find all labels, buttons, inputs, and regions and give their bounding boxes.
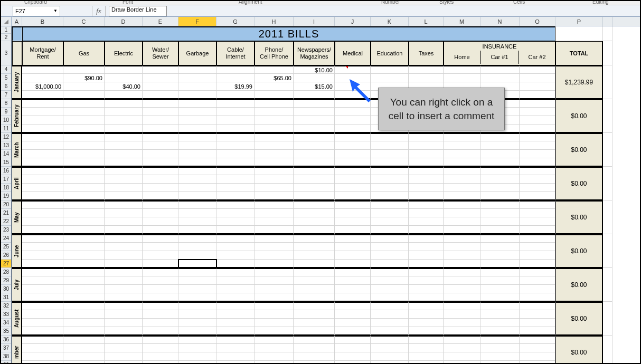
cell[interactable] <box>143 276 178 285</box>
cell[interactable] <box>335 234 371 243</box>
cell[interactable] <box>254 319 294 327</box>
cell[interactable] <box>63 302 105 310</box>
cell[interactable] <box>254 361 294 364</box>
cell[interactable] <box>178 91 216 99</box>
cell[interactable] <box>178 82 216 91</box>
cell[interactable] <box>63 116 105 124</box>
cell[interactable] <box>216 192 254 200</box>
cell[interactable] <box>409 65 444 74</box>
cell[interactable] <box>22 293 63 302</box>
cell[interactable] <box>371 158 409 167</box>
cell[interactable] <box>22 226 63 234</box>
cell[interactable] <box>480 133 520 141</box>
cell[interactable] <box>216 116 254 124</box>
cell[interactable] <box>480 293 520 302</box>
cell[interactable] <box>22 192 63 200</box>
cell[interactable] <box>143 226 178 234</box>
cell[interactable] <box>254 251 294 260</box>
cell[interactable] <box>22 167 63 175</box>
cell[interactable] <box>409 302 444 310</box>
row-header[interactable]: 34 <box>1 319 11 327</box>
cell[interactable] <box>63 82 105 91</box>
cell[interactable] <box>178 150 216 158</box>
cell[interactable] <box>371 327 409 336</box>
cell[interactable] <box>444 184 480 192</box>
cell[interactable] <box>254 108 294 116</box>
cell[interactable] <box>216 184 254 192</box>
cell[interactable] <box>143 209 178 217</box>
cell[interactable] <box>178 133 216 141</box>
cell[interactable] <box>294 260 335 268</box>
cell[interactable] <box>520 74 555 82</box>
cell[interactable] <box>143 336 178 344</box>
cell[interactable] <box>371 141 409 150</box>
cell[interactable] <box>254 260 294 268</box>
row-header[interactable]: 4 <box>1 65 11 74</box>
cell[interactable] <box>444 192 480 200</box>
cell[interactable] <box>371 217 409 226</box>
cell[interactable] <box>480 243 520 251</box>
cell[interactable] <box>22 124 63 133</box>
cell[interactable] <box>22 175 63 184</box>
cell[interactable] <box>216 285 254 293</box>
row-header[interactable]: 13 <box>1 141 11 150</box>
row-header[interactable]: 35 <box>1 327 11 336</box>
cell[interactable]: $1,000.00 <box>22 82 63 91</box>
cell[interactable] <box>335 310 371 319</box>
cell[interactable] <box>294 192 335 200</box>
row-header[interactable]: 18 <box>1 184 11 192</box>
cell[interactable] <box>480 260 520 268</box>
cell[interactable]: $10.00 <box>294 65 335 74</box>
cell[interactable] <box>105 293 143 302</box>
cell[interactable] <box>178 158 216 167</box>
cell[interactable] <box>444 361 480 364</box>
cell[interactable] <box>22 336 63 344</box>
cell[interactable] <box>178 234 216 243</box>
cell[interactable] <box>294 184 335 192</box>
cell[interactable] <box>22 260 63 268</box>
cell[interactable] <box>294 352 335 361</box>
cell[interactable] <box>22 209 63 217</box>
cell[interactable] <box>371 150 409 158</box>
cell[interactable] <box>520 310 555 319</box>
cell[interactable] <box>371 352 409 361</box>
cell[interactable] <box>105 65 143 74</box>
row-header[interactable]: 12 <box>1 133 11 141</box>
cell[interactable] <box>105 116 143 124</box>
cell[interactable] <box>178 124 216 133</box>
cell[interactable] <box>335 361 371 364</box>
cell[interactable] <box>143 65 178 74</box>
cell[interactable] <box>178 226 216 234</box>
cell[interactable] <box>143 293 178 302</box>
cell[interactable] <box>22 116 63 124</box>
cell[interactable] <box>603 302 612 336</box>
cell[interactable] <box>105 310 143 319</box>
cell[interactable] <box>603 41 612 65</box>
cell[interactable] <box>371 268 409 276</box>
cell[interactable] <box>22 268 63 276</box>
cell[interactable] <box>480 361 520 364</box>
cell[interactable] <box>603 133 612 167</box>
cell[interactable] <box>216 167 254 175</box>
cell[interactable] <box>409 310 444 319</box>
cell[interactable] <box>216 268 254 276</box>
cell[interactable] <box>444 74 480 82</box>
cell[interactable] <box>294 243 335 251</box>
cell[interactable] <box>178 209 216 217</box>
row-header[interactable]: 32 <box>1 302 11 310</box>
cell[interactable] <box>22 285 63 293</box>
cell[interactable] <box>520 192 555 200</box>
cell[interactable] <box>216 209 254 217</box>
cell[interactable] <box>143 268 178 276</box>
cell[interactable] <box>520 276 555 285</box>
cell[interactable] <box>216 150 254 158</box>
cell[interactable] <box>371 133 409 141</box>
cell[interactable] <box>444 65 480 74</box>
row-header[interactable]: 38 <box>1 352 11 361</box>
cell[interactable] <box>143 133 178 141</box>
cell[interactable] <box>105 108 143 116</box>
cell[interactable] <box>603 336 612 364</box>
cell[interactable] <box>63 344 105 352</box>
cell[interactable] <box>22 141 63 150</box>
cell[interactable] <box>335 327 371 336</box>
